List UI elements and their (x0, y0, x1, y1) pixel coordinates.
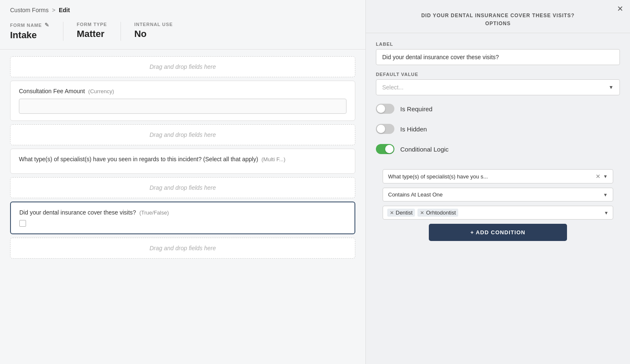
is-required-knob (377, 105, 385, 113)
is-hidden-knob (377, 125, 385, 133)
consultation-fee-input[interactable] (19, 99, 346, 114)
default-value-label: DEFAULT VALUE (376, 72, 620, 77)
condition-operator-value: Contains At Least One (388, 191, 443, 198)
tag-dentist: ✕ Dentist (387, 209, 415, 217)
form-type-field: FORM TYPE Matter (77, 22, 121, 41)
label-field-label: LABEL (376, 42, 620, 47)
is-hidden-label: Is Hidden (400, 126, 427, 133)
default-value-placeholder: Select... (382, 84, 404, 91)
condition-operator-select[interactable]: Contains At Least One ▼ (383, 188, 613, 202)
form-name-label: FORM NAME ✎ (10, 22, 50, 28)
left-panel: Custom Forms > Edit FORM NAME ✎ Intake F… (0, 0, 365, 364)
tags-chevron-icon: ▼ (604, 210, 609, 215)
condition-field-chevron-icon: ▼ (603, 174, 608, 179)
form-header: FORM NAME ✎ Intake FORM TYPE Matter INTE… (0, 17, 365, 50)
specialists-type: (Multi F...) (262, 156, 286, 162)
label-input[interactable] (376, 49, 620, 65)
default-value-group: DEFAULT VALUE Select... ▼ (376, 72, 620, 95)
dental-label: Did your dental insurance cover these vi… (19, 209, 136, 216)
is-hidden-row: Is Hidden (376, 122, 620, 136)
is-required-toggle[interactable] (376, 104, 394, 114)
condition-field-value: What type(s) of specialist(s) have you s… (388, 173, 488, 180)
specialists-card[interactable]: What type(s) of specialist(s) have you s… (10, 149, 355, 174)
is-hidden-toggle[interactable] (376, 124, 394, 134)
internal-use-value: No (134, 29, 173, 39)
conditional-logic-label: Conditional Logic (400, 146, 449, 153)
tag-dentist-label: Dentist (396, 209, 412, 216)
dental-label-row: Did your dental insurance cover these vi… (19, 209, 346, 216)
panel-body: LABEL DEFAULT VALUE Select... ▼ Is Requi… (366, 33, 630, 256)
form-type-value: Matter (77, 29, 107, 39)
consultation-fee-label-row: Consultation Fee Amount (Currency) (19, 88, 346, 94)
specialists-label-row: What type(s) of specialist(s) have you s… (19, 156, 346, 162)
condition-field-clear-icon[interactable]: ✕ (596, 173, 601, 180)
consultation-fee-card[interactable]: Consultation Fee Amount (Currency) (10, 81, 355, 121)
condition-field-icons: ✕ ▼ (596, 173, 608, 180)
consultation-fee-label: Consultation Fee Amount (19, 88, 85, 94)
breadcrumb-current: Edit (59, 7, 70, 13)
tag-orhtodontist-label: Orhtodontist (426, 209, 456, 216)
form-type-label: FORM TYPE (77, 22, 107, 27)
panel-title: DID YOUR DENTAL INSURANCE COVER THESE VI… (366, 0, 630, 33)
drop-zone-2[interactable]: Drag and drop fields here (10, 124, 355, 145)
condition-operator-chevron-icon: ▼ (603, 192, 608, 197)
close-button[interactable]: ✕ (617, 5, 623, 13)
condition-field-select[interactable]: What type(s) of specialist(s) have you s… (383, 169, 613, 183)
form-name-field: FORM NAME ✎ Intake (10, 22, 63, 41)
add-condition-button[interactable]: + ADD CONDITION (429, 224, 567, 241)
is-required-row: Is Required (376, 102, 620, 115)
tag-orhtodontist: ✕ Orhtodontist (417, 209, 458, 217)
is-required-label: Is Required (400, 105, 433, 113)
conditional-logic-row: Conditional Logic (376, 142, 620, 156)
default-value-select[interactable]: Select... ▼ (376, 79, 620, 95)
dental-checkbox[interactable] (19, 220, 26, 227)
drop-zone-3[interactable]: Drag and drop fields here (10, 177, 355, 198)
edit-form-name-icon[interactable]: ✎ (45, 22, 50, 28)
breadcrumb-sep: > (52, 7, 55, 13)
condition-operator-icons: ▼ (603, 192, 608, 197)
form-name-value: Intake (10, 30, 50, 41)
right-panel: ✕ DID YOUR DENTAL INSURANCE COVER THESE … (365, 0, 630, 364)
breadcrumb-link[interactable]: Custom Forms (10, 7, 49, 13)
conditional-logic-toggle[interactable] (376, 144, 394, 154)
default-value-chevron-icon: ▼ (609, 84, 614, 90)
breadcrumb: Custom Forms > Edit (0, 0, 365, 17)
form-canvas: Drag and drop fields here Consultation F… (0, 50, 365, 364)
tag-orhtodontist-remove[interactable]: ✕ (420, 210, 424, 216)
internal-use-label: INTERNAL USE (134, 22, 173, 27)
consultation-fee-type: (Currency) (88, 88, 114, 94)
condition-values-select[interactable]: ✕ Dentist ✕ Orhtodontist ▼ (383, 206, 613, 220)
drop-zone-1[interactable]: Drag and drop fields here (10, 56, 355, 77)
dental-insurance-card[interactable]: Did your dental insurance cover these vi… (10, 202, 355, 234)
conditional-section: What type(s) of specialist(s) have you s… (376, 162, 620, 248)
conditional-logic-knob (385, 145, 394, 153)
internal-use-field: INTERNAL USE No (134, 22, 186, 41)
drop-zone-4[interactable]: Drag and drop fields here (10, 238, 355, 259)
specialists-label: What type(s) of specialist(s) have you s… (19, 156, 258, 162)
add-condition-label: + ADD CONDITION (470, 229, 525, 236)
tag-dentist-remove[interactable]: ✕ (390, 210, 394, 216)
dental-type: (True/False) (139, 209, 169, 216)
label-group: LABEL (376, 42, 620, 65)
